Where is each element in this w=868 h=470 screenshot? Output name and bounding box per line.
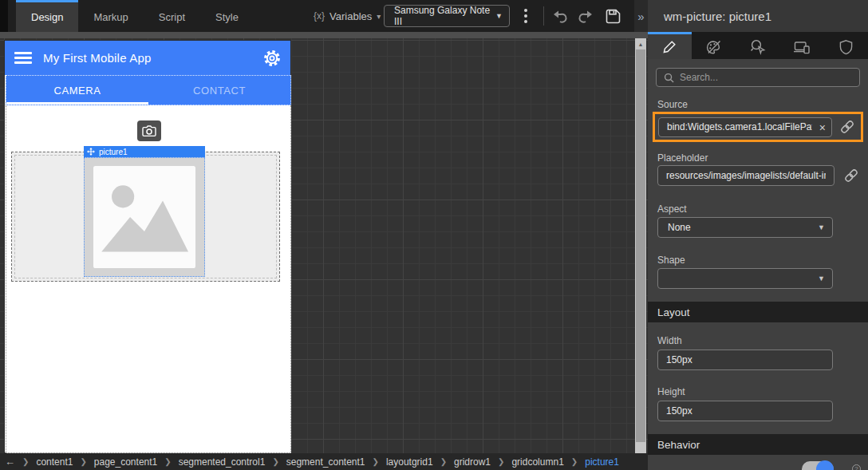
palette-icon [705, 39, 722, 55]
chevron-right-icon: ❯ [440, 457, 447, 466]
height-input[interactable]: 150px [657, 401, 833, 421]
design-canvas[interactable]: My First Mobile App CAMERA CONTACT [0, 32, 648, 453]
panel-collapse-button[interactable]: » [634, 0, 648, 32]
width-input[interactable]: 150px [657, 350, 833, 370]
aspect-value: None [668, 222, 691, 233]
panel-icon-tabs [648, 32, 868, 59]
height-value: 150px [666, 405, 692, 417]
panel-body: Source bind:Widgets.camera1.localFilePat… [648, 59, 868, 470]
toggle-knob [816, 460, 834, 470]
tab-properties[interactable] [648, 32, 692, 59]
undo-button[interactable] [550, 6, 570, 26]
canvas-top-strip [0, 32, 648, 38]
scrollbar-up-arrow[interactable]: ▲ [635, 38, 646, 49]
width-label: Width [657, 335, 682, 346]
aspect-select[interactable]: None ▼ [657, 217, 833, 238]
redo-icon [578, 8, 594, 24]
widget-selection-label[interactable]: picture1 [84, 146, 205, 157]
hamburger-icon[interactable] [14, 52, 32, 64]
search-input[interactable] [680, 72, 852, 83]
shape-select[interactable]: ▼ [657, 268, 833, 289]
dropdown-arrow-icon: ▼ [818, 274, 825, 282]
breadcrumb-item-segment-content1[interactable]: segment_content1 [286, 456, 365, 468]
segment-tab-camera[interactable]: CAMERA [6, 76, 148, 105]
source-value: bind:Widgets.camera1.localFilePath [667, 121, 812, 132]
breadcrumb-item-picture1[interactable]: picture1 [585, 456, 619, 468]
panel-title: wm-picture: picture1 [648, 0, 868, 32]
placeholder-row: resources/images/imagelists/default-ima [657, 165, 862, 186]
placeholder-input[interactable]: resources/images/imagelists/default-ima [657, 165, 834, 186]
source-input[interactable]: bind:Widgets.camera1.localFilePath × [658, 117, 832, 137]
mobile-navbar[interactable]: My First Mobile App [5, 41, 290, 75]
image-placeholder-icon [93, 166, 196, 268]
back-icon[interactable]: ← [5, 456, 15, 468]
variables-dropdown[interactable]: {x} Variables ▾ [314, 0, 381, 32]
top-toolbar: Design Markup Script Style {x} Variables… [0, 0, 648, 32]
tab-script[interactable]: Script [144, 0, 200, 32]
placeholder-label: Placeholder [657, 152, 708, 164]
picture-placeholder[interactable] [84, 157, 205, 277]
property-search[interactable] [656, 68, 860, 87]
aspect-label: Aspect [657, 203, 687, 215]
behavior-section-header[interactable]: Behavior [648, 434, 868, 455]
tab-security[interactable] [824, 32, 868, 59]
tab-styles[interactable] [692, 32, 736, 59]
tab-design[interactable]: Design [16, 0, 78, 32]
breadcrumb-item-layoutgrid1[interactable]: layoutgrid1 [386, 456, 433, 468]
behavior-toggle[interactable] [802, 461, 834, 470]
height-label: Height [657, 386, 685, 397]
device-selector[interactable]: Samsung Galaxy Note III ▼ [384, 5, 510, 27]
toolbar-divider [543, 6, 544, 26]
canvas-vertical-scrollbar[interactable]: ▲ [635, 38, 646, 453]
save-icon [605, 8, 621, 25]
segment-content[interactable]: picture1 [6, 105, 291, 453]
shape-label: Shape [657, 255, 685, 266]
source-bind-button[interactable] [837, 120, 858, 134]
breadcrumb-item-gridcolumn1[interactable]: gridcolumn1 [511, 456, 563, 468]
gear-icon[interactable] [263, 49, 281, 67]
camera-capture-button[interactable] [137, 120, 161, 141]
scrollbar-thumb[interactable] [636, 49, 645, 442]
variables-label: Variables [329, 10, 372, 22]
chevron-right-icon: ❯ [373, 457, 379, 466]
breadcrumb-item-content1[interactable]: content1 [36, 456, 73, 468]
save-button[interactable] [603, 6, 622, 26]
tab-events[interactable] [736, 32, 779, 59]
more-options-button[interactable] [519, 6, 532, 26]
chevron-down-icon: ▾ [377, 12, 381, 21]
breadcrumb-item-segmented-control1[interactable]: segmented_control1 [179, 456, 266, 468]
widget-label-text: picture1 [99, 148, 128, 156]
tab-devices[interactable] [780, 32, 824, 59]
mode-tabs: Design Markup Script Style [16, 0, 254, 32]
chevron-right-icon: ❯ [571, 457, 578, 466]
camera-icon [142, 125, 156, 137]
chevron-right-icon: ❯ [80, 457, 86, 466]
width-value: 150px [666, 354, 692, 365]
tab-markup[interactable]: Markup [78, 0, 143, 32]
tab-style[interactable]: Style [200, 0, 254, 32]
link-icon [840, 120, 854, 134]
chevron-right-icon: ❯ [498, 457, 504, 466]
layout-section-header[interactable]: Layout [648, 302, 868, 322]
app-window: Design Markup Script Style {x} Variables… [0, 0, 868, 470]
shield-icon [838, 39, 854, 55]
segment-tab-contact[interactable]: CONTACT [148, 76, 290, 105]
redo-button[interactable] [576, 6, 595, 26]
properties-panel: wm-picture: picture1 [648, 0, 868, 470]
widget-breadcrumb: ← ❯ content1 ❯ page_content1 ❯ segmented… [0, 453, 648, 470]
clear-icon[interactable]: × [819, 120, 826, 135]
undo-icon [552, 8, 568, 24]
chevron-right-icon: ❯ [164, 457, 171, 466]
mobile-app-title: My First Mobile App [43, 51, 152, 65]
move-icon [87, 148, 95, 156]
device-selector-value: Samsung Galaxy Note III [394, 5, 495, 27]
placeholder-bind-button[interactable] [841, 168, 862, 183]
breadcrumb-item-gridrow1[interactable]: gridrow1 [454, 456, 491, 468]
source-bind-highlight: bind:Widgets.camera1.localFilePath × [653, 112, 863, 142]
breadcrumb-item-page-content1[interactable]: page_content1 [94, 456, 157, 468]
chevron-right-icon: ❯ [272, 457, 278, 466]
help-icon: ? [852, 464, 861, 470]
picture-widget[interactable]: picture1 [84, 146, 205, 277]
placeholder-value: resources/images/imagelists/default-ima [666, 170, 826, 181]
pencil-icon [662, 39, 677, 54]
